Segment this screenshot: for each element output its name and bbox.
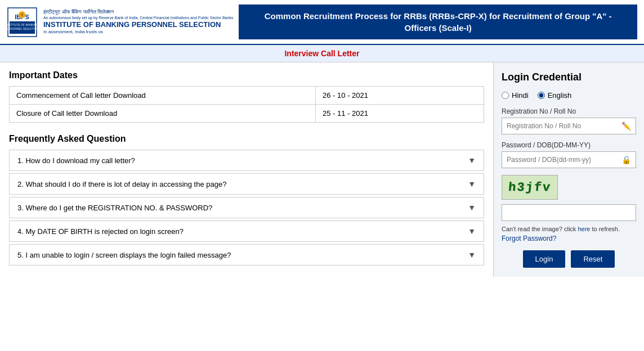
faq-question: 4. My DATE OF BIRTH is rejected on login… (17, 227, 184, 236)
institute-hindi-name: इंस्टीट्यूट ऑफ बैंकिंग पर्सोनेल सिलेक्शन (43, 9, 233, 16)
sub-header-label: Interview Call Letter (284, 49, 359, 58)
hindi-radio-label[interactable]: Hindi (502, 91, 529, 100)
faq-item[interactable]: 5. I am unable to login / screen display… (9, 244, 484, 266)
faq-list: 1. How do I download my call letter?▼2. … (9, 150, 484, 266)
password-label: Password / DOB(DD-MM-YY) (502, 141, 636, 149)
english-radio[interactable] (538, 92, 545, 99)
page-title: Common Recruitment Process for RRBs (RRB… (239, 4, 637, 39)
date-value: 25 - 11 - 2021 (316, 105, 484, 123)
reg-label: Registration No / Roll No (502, 107, 636, 115)
date-label: Closure of Call letter Download (10, 105, 316, 123)
faq-item[interactable]: 1. How do I download my call letter?▼ (9, 150, 484, 171)
hindi-label: Hindi (512, 91, 529, 100)
ibps-logo-icon: IBPS INSTITUTE OF BANKING PERSONNEL SELE… (7, 7, 38, 38)
password-input-row: 🔒 (502, 151, 636, 168)
faq-question: 2. What should I do if there is lot of d… (17, 180, 226, 188)
faq-question: 3. Where do I get the REGISTRATION NO. &… (17, 204, 212, 212)
important-dates-title: Important Dates (9, 70, 484, 80)
left-content: Important Dates Commencement of Call let… (0, 62, 493, 277)
important-dates-table: Commencement of Call letter Download26 -… (9, 86, 484, 123)
captcha-input[interactable] (502, 205, 636, 220)
faq-item[interactable]: 2. What should I do if there is lot of d… (9, 173, 484, 195)
refresh-link[interactable]: here (578, 226, 590, 232)
faq-question: 1. How do I download my call letter? (17, 156, 135, 165)
login-button[interactable]: Login (523, 250, 566, 268)
captcha-input-row (502, 204, 636, 221)
svg-text:₹: ₹ (21, 14, 23, 17)
edit-icon: ✏️ (617, 122, 636, 130)
forgot-password-link[interactable]: Forgot Password? (502, 235, 636, 242)
english-radio-label[interactable]: English (538, 91, 572, 100)
english-label: English (548, 91, 572, 100)
svg-text:INSTITUTE OF BANKING: INSTITUTE OF BANKING (7, 23, 38, 26)
lock-icon: 🔒 (617, 155, 636, 164)
main-layout: Important Dates Commencement of Call let… (0, 62, 644, 277)
cant-read-suffix: to refresh. (590, 226, 620, 232)
sub-header: Interview Call Letter (0, 45, 644, 62)
chevron-down-icon: ▼ (468, 203, 476, 212)
chevron-down-icon: ▼ (468, 156, 476, 165)
chevron-down-icon: ▼ (468, 227, 476, 236)
chevron-down-icon: ▼ (468, 179, 476, 188)
captcha-refresh-text: Can't read the image? click here to refr… (502, 226, 636, 232)
captcha-image: h3jfv (502, 175, 558, 200)
date-value: 26 - 10 - 2021 (316, 87, 484, 105)
reg-input[interactable] (502, 118, 617, 134)
cant-read-prefix: Can't read the image? click (502, 226, 578, 232)
faq-item[interactable]: 3. Where do I get the REGISTRATION NO. &… (9, 197, 484, 218)
login-buttons: Login Reset (502, 250, 636, 268)
login-panel: Login Credential Hindi English Registrat… (493, 62, 644, 277)
password-input[interactable] (502, 152, 617, 168)
institute-hindi-sub: An autonomous body set up by Reserve Ban… (43, 15, 233, 20)
hindi-radio[interactable] (502, 92, 509, 99)
logo-text-block: इंस्टीट्यूट ऑफ बैंकिंग पर्सोनेल सिलेक्शन… (43, 9, 233, 35)
svg-text:PERSONNEL SELECTION: PERSONNEL SELECTION (7, 27, 38, 30)
table-row: Commencement of Call letter Download26 -… (10, 87, 484, 105)
chevron-down-icon: ▼ (468, 250, 476, 259)
faq-question: 5. I am unable to login / screen display… (17, 251, 231, 259)
institute-english-name: INSTITUTE OF BANKING PERSONNEL SELECTION (43, 20, 233, 29)
reg-input-row: ✏️ (502, 118, 636, 134)
logo-section: IBPS INSTITUTE OF BANKING PERSONNEL SELE… (7, 7, 233, 38)
login-title: Login Credential (502, 71, 636, 83)
header: IBPS INSTITUTE OF BANKING PERSONNEL SELE… (0, 0, 644, 45)
table-row: Closure of Call letter Download25 - 11 -… (10, 105, 484, 123)
captcha-text: h3jfv (508, 181, 552, 195)
faq-item[interactable]: 4. My DATE OF BIRTH is rejected on login… (9, 220, 484, 242)
reset-button[interactable]: Reset (571, 250, 615, 268)
faq-title: Frequently Asked Question (9, 134, 484, 144)
institute-tagline: In assessment, India trusts us (43, 29, 233, 35)
language-selector: Hindi English (502, 91, 636, 100)
date-label: Commencement of Call letter Download (10, 87, 316, 105)
